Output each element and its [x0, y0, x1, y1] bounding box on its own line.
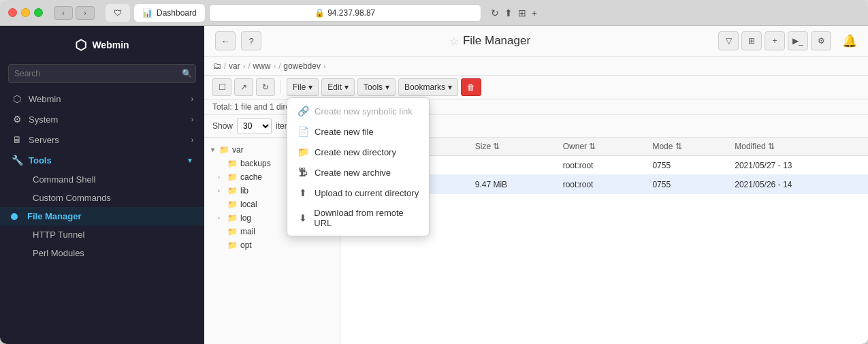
bookmarks-menu-button[interactable]: Bookmarks ▾: [398, 78, 458, 96]
bookmarks-menu-arrow: ▾: [448, 82, 452, 92]
chevron-right-icon: ›: [191, 95, 193, 103]
toolbar-separator1: [280, 80, 281, 94]
traffic-lights: [8, 8, 43, 17]
active-dot: [11, 213, 18, 220]
filter-button[interactable]: ▽: [718, 31, 739, 50]
menu-item-label: Create new archive: [315, 168, 391, 178]
create-new-directory-item[interactable]: 📁 Create new directory: [287, 142, 429, 162]
menu-item-label: Upload to current directory: [315, 188, 419, 198]
sidebar: ⬡ Webmin 🔍 ⬡ Webmin › ⚙ System › 🖥 Serve…: [0, 26, 204, 344]
chevron-right-icon: ›: [191, 116, 193, 123]
show-select[interactable]: 30 50 100: [237, 118, 272, 134]
tree-label: local: [240, 200, 257, 209]
folder-icon: 📁: [227, 186, 238, 196]
tab-webmin[interactable]: 🛡: [106, 4, 130, 22]
file-menu-container: File ▾ 🔗 Create new symbolic link 📄 Crea…: [287, 78, 319, 96]
add-button[interactable]: +: [765, 31, 785, 50]
search-icon[interactable]: 🔍: [182, 69, 192, 78]
sidebar-item-tools[interactable]: 🔧 Tools ▼: [0, 150, 204, 170]
minimize-button[interactable]: [21, 8, 30, 17]
sidebar-item-system[interactable]: ⚙ System ›: [0, 109, 204, 129]
tools-menu-label: Tools: [364, 82, 383, 92]
col-modified[interactable]: Modified ⇅: [729, 138, 868, 156]
star-icon[interactable]: ☆: [449, 35, 459, 48]
sidebar-search-container: 🔍: [8, 64, 196, 83]
col-mode[interactable]: Mode ⇅: [647, 138, 729, 156]
checkbox-all-button[interactable]: ☐: [212, 78, 231, 96]
tree-item-opt[interactable]: 📁 opt: [204, 238, 340, 252]
col-owner[interactable]: Owner ⇅: [558, 138, 647, 156]
sidebar-item-label: Command Shell: [33, 174, 96, 185]
row-size: [470, 156, 558, 175]
download-item[interactable]: ⬇ Download from remote URL: [287, 203, 429, 233]
file-menu-arrow: ▾: [308, 82, 312, 92]
col-size[interactable]: Size ⇅: [470, 138, 558, 156]
sidebar-item-file-manager[interactable]: File Manager: [0, 207, 204, 225]
webmin-icon: ⬡: [11, 93, 23, 104]
folder-icon: 📁: [227, 172, 238, 182]
create-new-file-item[interactable]: 📄 Create new file: [287, 121, 429, 142]
tree-label: log: [240, 213, 251, 223]
settings-button[interactable]: ⚙: [811, 31, 831, 50]
share-icon[interactable]: ⬆: [504, 7, 513, 18]
folder-icon: 📁: [227, 240, 238, 250]
delete-icon: 🗑: [467, 82, 475, 92]
folder-icon: 📁: [227, 213, 238, 223]
sidebar-item-perl-modules[interactable]: Perl Modules: [0, 244, 204, 262]
content-area: ← ? ☆ File Manager ▽ ⊞ + ▶_ ⚙ 🔔 🗂 /: [204, 26, 868, 344]
maximize-button[interactable]: [34, 8, 43, 17]
share-button[interactable]: ↗: [234, 78, 253, 96]
download-icon: ⬇: [297, 213, 308, 223]
file-menu-button[interactable]: File ▾: [287, 78, 319, 96]
row-modified: 2021/05/27 - 13: [729, 156, 868, 175]
columns-button[interactable]: ⊞: [741, 31, 762, 50]
lock-icon: 🔒: [315, 8, 325, 18]
forward-button[interactable]: ›: [76, 6, 95, 20]
refresh-button[interactable]: ↻: [256, 78, 275, 96]
sidebar-item-label: Custom Commands: [33, 193, 111, 203]
upload-item[interactable]: ⬆ Upload to current directory: [287, 183, 429, 203]
bc-var[interactable]: var: [229, 61, 240, 71]
sidebar-item-webmin[interactable]: ⬡ Webmin ›: [0, 89, 204, 109]
folder-icon: 📁: [297, 146, 309, 157]
edit-menu-button[interactable]: Edit ▾: [321, 78, 355, 96]
tools-menu-arrow: ▾: [385, 82, 389, 92]
sidebar-item-servers[interactable]: 🖥 Servers ›: [0, 129, 204, 150]
terminal-button[interactable]: ▶_: [788, 31, 808, 50]
fm-help-button[interactable]: ?: [241, 31, 261, 50]
tools-menu-button[interactable]: Tools ▾: [357, 78, 396, 96]
bc-www[interactable]: www: [253, 61, 270, 71]
close-button[interactable]: [8, 8, 17, 17]
row-modified: 2021/05/26 - 14: [729, 175, 868, 194]
system-icon: ⚙: [11, 114, 23, 125]
row-owner: root:root: [558, 175, 647, 194]
folder-icon: 📁: [227, 227, 238, 236]
delete-button[interactable]: 🗑: [461, 78, 481, 96]
upload-icon: ⬆: [297, 187, 309, 198]
bc-gowebdev[interactable]: gowebdev: [283, 61, 321, 71]
sidebar-toggle-icon[interactable]: ⊞: [518, 7, 526, 18]
fm-toolbar: ☐ ↗ ↻ File ▾ 🔗 Create new symbolic link: [204, 76, 868, 99]
new-tab-icon[interactable]: +: [532, 7, 537, 18]
fm-header: ← ? ☆ File Manager ▽ ⊞ + ▶_ ⚙ 🔔: [204, 26, 868, 57]
sidebar-item-command-shell[interactable]: Command Shell: [0, 170, 204, 189]
expand-arrow: ›: [218, 187, 225, 194]
fm-back-button[interactable]: ←: [215, 31, 236, 50]
address-bar: 🔒 94.237.98.87: [209, 4, 481, 22]
nav-buttons: ‹ ›: [54, 6, 95, 20]
tab-dashboard[interactable]: 📊 Dashboard: [134, 4, 205, 22]
create-new-archive-item[interactable]: 🗜 Create new archive: [287, 162, 429, 183]
sidebar-item-http-tunnel[interactable]: HTTP Tunnel: [0, 225, 204, 244]
bell-icon[interactable]: 🔔: [842, 33, 857, 48]
refresh-icon[interactable]: ↻: [491, 7, 499, 18]
breadcrumb-arrow1: ›: [243, 62, 246, 70]
sidebar-item-custom-commands[interactable]: Custom Commands: [0, 189, 204, 207]
create-symbolic-link-item: 🔗 Create new symbolic link: [287, 101, 429, 121]
main-layout: ⬡ Webmin 🔍 ⬡ Webmin › ⚙ System › 🖥 Serve…: [0, 26, 868, 344]
search-input[interactable]: [8, 64, 196, 83]
webmin-tab-icon: 🛡: [114, 8, 122, 18]
sidebar-item-label: Servers: [29, 135, 59, 145]
back-button[interactable]: ‹: [54, 6, 73, 20]
tab-bar: 🛡 📊 Dashboard 🔒 94.237.98.87 ↻ ⬆ ⊞ +: [106, 4, 860, 22]
brand-name: Webmin: [92, 40, 129, 50]
